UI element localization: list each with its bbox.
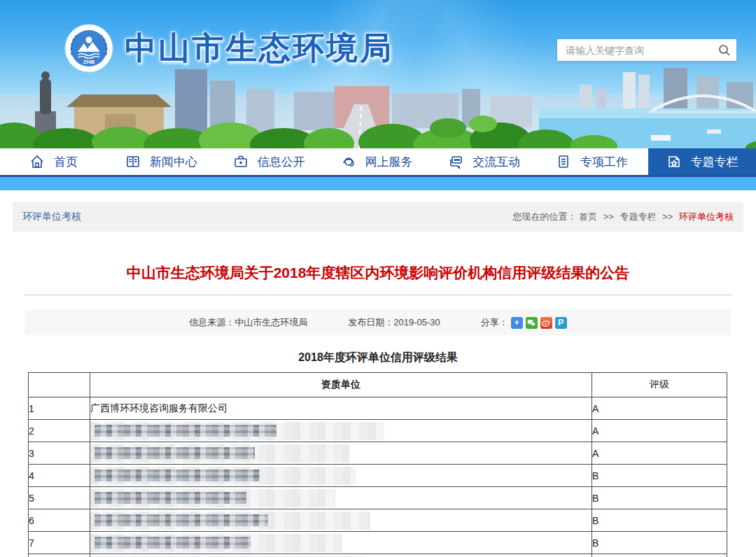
table-row: 1 广西博环环境咨询服务有限公司 A <box>29 397 727 420</box>
weibo-share-icon[interactable] <box>540 317 552 329</box>
cityscape-banner <box>0 68 756 148</box>
nav-item-special-topics[interactable]: 专题专栏 <box>645 148 756 175</box>
share-plus-icon[interactable]: + <box>511 317 523 329</box>
wechat-share-icon[interactable] <box>526 317 538 329</box>
site-title: 中山市生态环境局 <box>125 27 393 69</box>
header-company: 资质单位 <box>90 373 592 397</box>
site-logo: ZHB <box>64 24 113 73</box>
table-row <box>29 554 727 557</box>
rating-cell: A <box>592 420 727 442</box>
nav-item-interact[interactable]: 交流互动 <box>430 148 538 175</box>
share-group: 分享： + P <box>481 316 567 329</box>
search-icon <box>718 44 731 57</box>
nav-label: 专项工作 <box>580 154 628 170</box>
row-number: 2 <box>29 420 90 442</box>
star-document-icon <box>666 154 682 169</box>
nav-label: 网上服务 <box>365 154 413 170</box>
redacted-company-name <box>90 489 335 507</box>
chat-bubbles-icon <box>448 154 463 169</box>
company-cell <box>90 509 592 532</box>
nav-label: 专题专栏 <box>691 154 738 170</box>
nav-label: 首页 <box>54 154 78 170</box>
table-container: 资质单位 评级 1 广西博环环境咨询服务有限公司 A 2 A 3 A 4 B 5… <box>28 372 728 557</box>
page: ZHB 中山市生态环境局 首页 <box>0 0 756 557</box>
breadcrumb-link-topics[interactable]: 专题专栏 <box>620 211 657 222</box>
nav-label: 交流互动 <box>472 154 520 170</box>
article-meta-bar: 信息来源：中山市生态环境局 发布日期：2019-05-30 分享： + P <box>24 310 732 335</box>
company-cell <box>90 465 592 487</box>
table-row: 6 B <box>29 509 727 532</box>
redacted-company-name <box>90 467 356 485</box>
source-label: 信息来源：中山市生态环境局 <box>189 316 307 329</box>
row-number: 3 <box>29 442 90 465</box>
redacted-company-name <box>90 444 349 463</box>
redacted-company-name <box>90 534 342 552</box>
company-cell <box>90 442 592 465</box>
search-input[interactable] <box>557 45 713 56</box>
site-header: ZHB 中山市生态环境局 <box>0 0 756 148</box>
table-caption: 2018年度环评单位信用评级结果 <box>0 351 756 365</box>
row-number: 7 <box>29 532 90 554</box>
rating-cell: A <box>592 442 727 465</box>
search-box <box>557 39 736 61</box>
nav-label: 信息公开 <box>258 154 305 170</box>
breadcrumb: 您现在的位置： 首页 >> 专题专栏 >> 环评单位考核 <box>513 211 734 223</box>
rating-cell <box>592 554 727 557</box>
rating-cell: B <box>592 532 727 554</box>
article-title: 中山市生态环境局关于2018年度辖区内环境影响评价机构信用评级结果的公告 <box>28 262 728 283</box>
company-cell <box>90 487 592 509</box>
row-number: 1 <box>29 397 90 420</box>
breadcrumb-bar: 环评单位考核 您现在的位置： 首页 >> 专题专栏 >> 环评单位考核 <box>13 202 743 232</box>
briefcase-icon <box>233 154 248 169</box>
breadcrumb-current: 环评单位考核 <box>679 211 734 222</box>
table-header-row: 资质单位 评级 <box>29 373 727 397</box>
search-button[interactable] <box>713 39 736 61</box>
rating-cell: B <box>592 509 727 532</box>
nav-item-info[interactable]: 信息公开 <box>215 148 323 175</box>
company-cell <box>90 532 592 554</box>
row-number: 4 <box>29 465 90 487</box>
table-row: 2 A <box>29 420 727 442</box>
section-title: 环评单位考核 <box>22 211 81 223</box>
brand: ZHB 中山市生态环境局 <box>64 24 393 73</box>
company-cell <box>90 420 592 442</box>
rating-cell: B <box>592 465 727 487</box>
nav-item-home[interactable]: 首页 <box>0 148 108 175</box>
header-index <box>29 373 90 397</box>
home-icon <box>29 154 45 169</box>
nav-item-special-work[interactable]: 专项工作 <box>538 148 646 175</box>
nav-label: 新闻中心 <box>150 154 197 170</box>
breadcrumb-separator: >> <box>662 211 673 222</box>
news-icon <box>125 154 141 169</box>
nav-item-news[interactable]: 新闻中心 <box>108 148 216 175</box>
breadcrumb-link-home[interactable]: 首页 <box>579 211 597 222</box>
table-row: 4 B <box>29 465 727 487</box>
row-number <box>29 554 90 557</box>
ratings-table: 资质单位 评级 1 广西博环环境咨询服务有限公司 A 2 A 3 A 4 B 5… <box>28 372 727 557</box>
p-share-icon[interactable]: P <box>555 317 567 329</box>
row-number: 6 <box>29 509 90 532</box>
table-row: 3 A <box>29 442 727 465</box>
main-nav: 首页 新闻中心 信息公开 网上服务 <box>0 148 756 175</box>
publish-date: 发布日期：2019-05-30 <box>348 316 440 329</box>
company-cell <box>90 554 592 557</box>
company-cell: 广西博环环境咨询服务有限公司 <box>90 397 592 420</box>
service-headset-icon <box>341 154 356 169</box>
table-row: 5 B <box>29 487 727 509</box>
nav-item-services[interactable]: 网上服务 <box>323 148 430 175</box>
redacted-company-name <box>90 422 384 440</box>
title-divider <box>24 295 732 295</box>
document-icon <box>556 154 571 169</box>
table-row: 7 B <box>29 532 727 554</box>
breadcrumb-separator: >> <box>603 211 614 222</box>
nav-accent-bar <box>0 177 756 190</box>
breadcrumb-prefix: 您现在的位置： <box>513 211 577 222</box>
share-label: 分享： <box>481 316 508 329</box>
redacted-company-name <box>90 512 370 530</box>
svg-text:ZHB: ZHB <box>83 59 95 65</box>
header-rating: 评级 <box>592 373 727 397</box>
rating-cell: B <box>592 487 727 509</box>
row-number: 5 <box>29 487 90 509</box>
rating-cell: A <box>592 397 727 420</box>
